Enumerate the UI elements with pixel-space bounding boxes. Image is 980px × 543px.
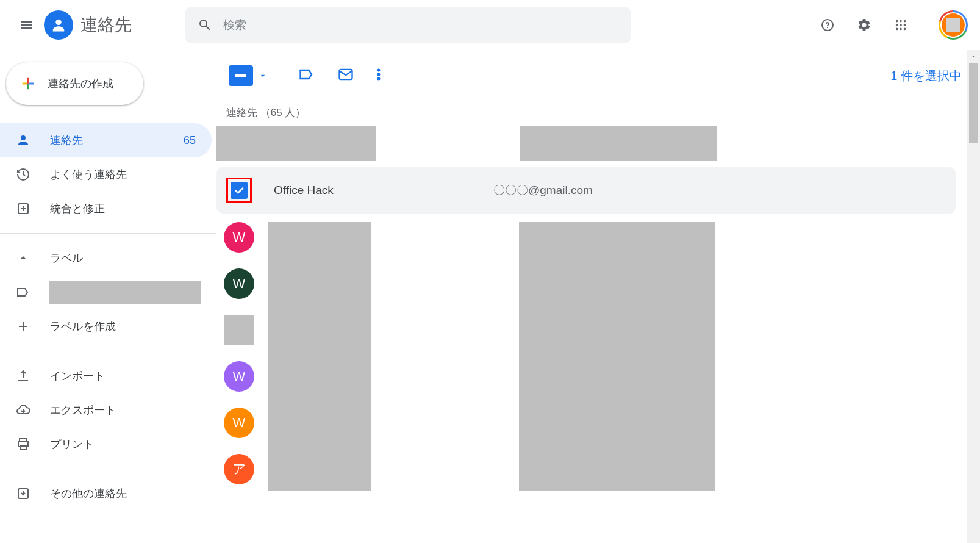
- person-outline-icon: [16, 133, 30, 148]
- help-icon: [820, 18, 835, 32]
- redacted-emails-block: [519, 222, 715, 491]
- person-icon: [50, 16, 67, 34]
- dropdown-caret-icon[interactable]: [258, 71, 268, 81]
- svg-point-5: [900, 24, 902, 26]
- contact-row-selected[interactable]: Office Hack 〇〇〇@gmail.com: [216, 167, 956, 214]
- app-title: 連絡先: [80, 13, 132, 37]
- sidebar-item-frequent[interactable]: よく使う連絡先: [0, 157, 212, 192]
- contact-avatar[interactable]: W: [224, 222, 254, 253]
- settings-button[interactable]: [849, 10, 879, 40]
- app-header: 連絡先: [0, 0, 980, 50]
- svg-point-7: [896, 28, 898, 31]
- check-icon: [233, 184, 245, 196]
- mail-icon: [337, 66, 354, 83]
- hamburger-icon: [20, 18, 34, 32]
- sidebar-item-label: 連絡先: [50, 133, 83, 148]
- sidebar-label-redacted: [49, 281, 201, 304]
- sidebar-item-label: 統合と修正: [50, 201, 105, 216]
- sidebar-item-merge[interactable]: 統合と修正: [0, 192, 212, 226]
- svg-point-19: [377, 77, 381, 81]
- archive-icon: [16, 486, 30, 501]
- search-input[interactable]: [223, 18, 618, 32]
- selection-count: 1 件を選択中: [890, 68, 962, 84]
- svg-point-18: [377, 73, 381, 76]
- sidebar-item-label: ラベル: [50, 251, 83, 265]
- more-vert-icon: [376, 67, 381, 82]
- sidebar-item-import[interactable]: インポート: [0, 359, 212, 393]
- label-outline-icon: [16, 285, 30, 300]
- svg-point-2: [900, 20, 902, 23]
- chevron-up-icon: [16, 251, 30, 265]
- label-outline-icon: [298, 66, 315, 83]
- main-menu-button[interactable]: [12, 10, 41, 40]
- sidebar-item-label: エクスポート: [50, 403, 116, 417]
- history-icon: [16, 167, 30, 182]
- more-actions-button[interactable]: [376, 67, 381, 84]
- main-panel: 1 件を選択中 連絡先 （65 人） Office Hack 〇〇〇@gmail…: [216, 50, 980, 543]
- sidebar-item-contacts[interactable]: 連絡先 65: [0, 123, 212, 157]
- checkbox-highlight: [226, 178, 252, 203]
- create-contact-button[interactable]: 連絡先の作成: [6, 62, 143, 105]
- merge-fix-icon: [16, 201, 30, 216]
- sidebar-item-label: プリント: [50, 437, 94, 451]
- sidebar-item-other[interactable]: その他の連絡先: [0, 476, 212, 511]
- cloud-download-icon: [16, 403, 30, 417]
- header-actions: [813, 10, 968, 40]
- search-box[interactable]: [185, 7, 631, 43]
- help-button[interactable]: [813, 10, 842, 40]
- apps-button[interactable]: [886, 10, 915, 40]
- checkbox-checked[interactable]: [231, 182, 248, 199]
- redacted-email: [520, 126, 717, 161]
- redacted-names-block: [268, 222, 371, 491]
- plus-multicolor-icon: [20, 75, 37, 92]
- sidebar-labels-header[interactable]: ラベル: [0, 241, 212, 275]
- sidebar: 連絡先の作成 連絡先 65 よく使う連絡先 統合と修正 ラベル: [0, 50, 216, 543]
- svg-point-8: [900, 28, 902, 31]
- apps-grid-icon: [894, 18, 907, 32]
- label-action-button[interactable]: [298, 66, 315, 85]
- sidebar-item-label: インポート: [50, 369, 105, 383]
- sidebar-item-label: ラベルを作成: [50, 319, 116, 334]
- sidebar-create-label[interactable]: ラベルを作成: [0, 309, 212, 343]
- svg-point-9: [904, 28, 906, 31]
- gear-icon: [857, 18, 871, 32]
- sidebar-item-label: その他の連絡先: [50, 486, 127, 501]
- svg-point-1: [896, 20, 898, 23]
- scroll-up-button[interactable]: [967, 50, 980, 63]
- scroll-thumb[interactable]: [969, 63, 978, 143]
- contact-avatar[interactable]: ア: [224, 454, 254, 484]
- search-icon: [198, 18, 212, 32]
- contact-name: Office Hack: [274, 184, 493, 197]
- upload-icon: [16, 369, 30, 383]
- contact-avatar-redacted[interactable]: [224, 315, 254, 345]
- select-all-button[interactable]: [229, 65, 253, 86]
- svg-point-3: [904, 20, 906, 23]
- list-header: 連絡先 （65 人）: [216, 103, 980, 126]
- vertical-scrollbar[interactable]: [967, 50, 980, 543]
- sidebar-item-export[interactable]: エクスポート: [0, 393, 212, 427]
- plus-icon: [16, 319, 30, 334]
- selection-toolbar: 1 件を選択中: [216, 61, 980, 90]
- svg-point-4: [896, 24, 898, 26]
- contact-email: 〇〇〇@gmail.com: [493, 182, 593, 198]
- svg-point-0: [55, 20, 61, 25]
- contact-avatar[interactable]: W: [224, 268, 254, 299]
- email-action-button[interactable]: [337, 66, 354, 85]
- contact-rows-redacted: W W W W ア: [216, 222, 956, 491]
- sidebar-item-label: よく使う連絡先: [50, 167, 127, 182]
- sidebar-item-print[interactable]: プリント: [0, 427, 212, 461]
- indeterminate-icon: [235, 74, 246, 77]
- svg-rect-15: [235, 74, 246, 77]
- sidebar-item-count: 65: [184, 134, 196, 147]
- contact-avatar[interactable]: W: [224, 408, 254, 438]
- app-logo[interactable]: [44, 10, 73, 40]
- account-avatar[interactable]: [939, 10, 968, 40]
- print-icon: [16, 437, 30, 451]
- contact-avatar[interactable]: W: [224, 361, 254, 392]
- svg-point-17: [377, 69, 381, 72]
- create-contact-label: 連絡先の作成: [48, 76, 113, 91]
- contact-row-redacted[interactable]: [216, 126, 956, 167]
- chevron-up-icon: [970, 53, 977, 60]
- svg-point-6: [904, 24, 906, 26]
- redacted-name: [216, 126, 376, 161]
